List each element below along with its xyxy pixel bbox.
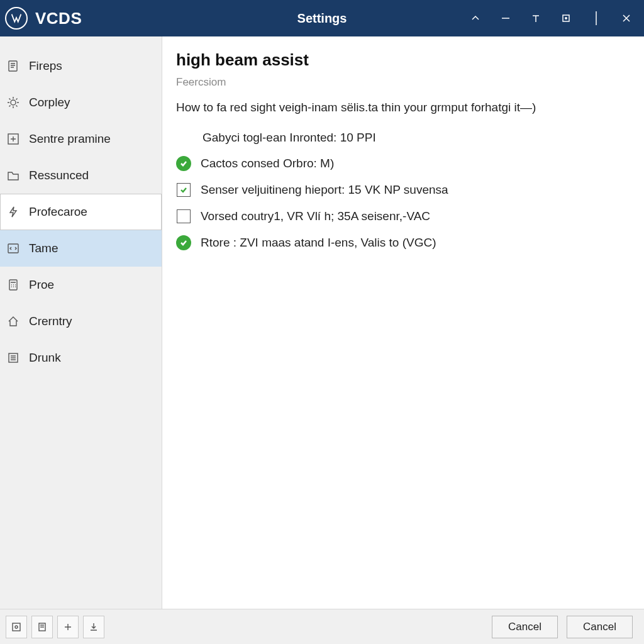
main-area: Fireps Corpley Sentre pramine Ressunced … [0, 36, 644, 609]
footer-bar: Cancel Cancel [0, 609, 644, 644]
cancel-button-2[interactable]: Cancel [567, 616, 633, 638]
setting-row: Cactos consed Orbro: M) [176, 156, 628, 171]
sidebar: Fireps Corpley Sentre pramine Ressunced … [0, 36, 162, 609]
section-subtitle: Feercsiom [176, 76, 628, 89]
text-tool-icon[interactable] [523, 6, 548, 31]
code-icon [5, 240, 21, 257]
svg-point-1 [565, 18, 567, 19]
cancel-button[interactable]: Cancel [492, 616, 558, 638]
tool-button-1[interactable] [6, 616, 27, 638]
sidebar-item-tame[interactable]: Tame [0, 230, 162, 267]
setting-label: Senser veljuitineng hieport: 15 VK NP su… [201, 183, 448, 197]
setting-label: Vorsed coutry1, VR Vlí h; 35A seisenr,-V… [201, 209, 430, 223]
app-name: VCDS [35, 9, 82, 28]
sidebar-item-label: Crerntry [29, 314, 72, 328]
setting-row: Senser veljuitineng hieport: 15 VK NP su… [176, 182, 628, 197]
window-controls [463, 6, 644, 31]
sidebar-item-label: Profecaroe [29, 205, 87, 219]
tool-button-add[interactable] [57, 616, 79, 638]
sidebar-item-label: Tame [29, 242, 58, 255]
plus-box-icon [5, 131, 21, 147]
svg-point-3 [11, 100, 16, 105]
maximize-button[interactable] [553, 6, 579, 31]
vw-logo [5, 7, 28, 30]
setting-label: Gabyci togl-ean Inronted: 10 PPI [203, 131, 376, 145]
tool-button-download[interactable] [83, 616, 104, 638]
setting-row: Gabyci togl-ean Inronted: 10 PPI [176, 131, 628, 145]
folder-icon [5, 167, 21, 184]
minimize-button[interactable] [493, 6, 518, 31]
setting-row: Vorsed coutry1, VR Vlí h; 35A seisenr,-V… [176, 209, 628, 224]
close-button[interactable] [614, 6, 639, 31]
checkbox-checked[interactable] [176, 182, 191, 197]
check-circle-icon[interactable] [176, 156, 191, 171]
svg-rect-2 [9, 61, 17, 71]
tool-button-2[interactable] [31, 616, 53, 638]
checkbox-unchecked[interactable] [176, 209, 191, 224]
sidebar-item-profecaroe[interactable]: Profecaroe [0, 194, 162, 230]
document-icon [5, 58, 21, 74]
sidebar-item-label: Corpley [29, 96, 70, 109]
setting-label: Cactos consed Orbro: M) [201, 157, 334, 170]
sidebar-item-corpley[interactable]: Corpley [0, 84, 162, 121]
sidebar-item-ressunced[interactable]: Ressunced [0, 157, 162, 194]
sidebar-item-sentre[interactable]: Sentre pramine [0, 121, 162, 157]
sidebar-item-label: Proe [29, 278, 54, 292]
divider-icon [584, 6, 609, 31]
home-icon [5, 313, 21, 330]
sidebar-item-crerntry[interactable]: Crerntry [0, 303, 162, 340]
section-title: high beam assist [176, 50, 628, 70]
setting-label: Rtore : ZVI maas atand I-ens, Valis to (… [201, 236, 436, 250]
calculator-icon [5, 277, 21, 293]
sidebar-item-fireps[interactable]: Fireps [0, 48, 162, 84]
sidebar-item-drunk[interactable]: Drunk [0, 340, 162, 376]
bolt-icon [5, 204, 21, 220]
titlebar: VCDS Settings [0, 0, 644, 36]
window-title: Settings [297, 11, 347, 26]
svg-rect-8 [13, 623, 20, 631]
sidebar-item-label: Fireps [29, 59, 62, 73]
chevron-up-icon[interactable] [463, 6, 488, 31]
check-circle-icon[interactable] [176, 235, 191, 250]
sidebar-item-label: Sentre pramine [29, 132, 111, 146]
content-area: high beam assist Feercsiom How to fa red… [162, 36, 644, 609]
svg-point-9 [15, 626, 18, 628]
gear-icon [5, 94, 21, 111]
sidebar-item-proe[interactable]: Proe [0, 267, 162, 303]
list-icon [5, 350, 21, 366]
sidebar-item-label: Ressunced [29, 169, 89, 182]
sidebar-item-label: Drunk [29, 351, 61, 365]
section-description: How to fa red sight veigh-inam sëlis.ta … [176, 100, 628, 116]
setting-row: Rtore : ZVI maas atand I-ens, Valis to (… [176, 235, 628, 250]
